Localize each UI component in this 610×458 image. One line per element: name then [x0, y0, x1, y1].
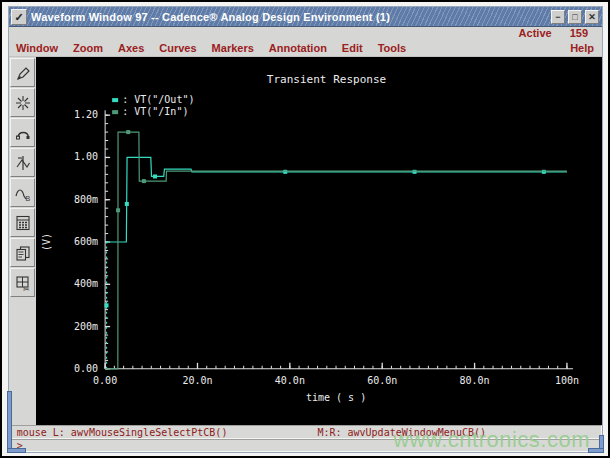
series-in[interactable]	[105, 130, 567, 369]
x-tick-label: 100n	[555, 375, 579, 386]
mouse-bindings-row: mouse L: awvMouseSingleSelectPtCB() M: R…	[11, 425, 602, 439]
legend-entry[interactable]: : VT("/In")	[122, 106, 188, 117]
data-point-marker[interactable]	[116, 208, 120, 212]
resize-grip-bottom-left[interactable]	[7, 391, 12, 453]
data-point-marker[interactable]	[105, 303, 109, 307]
plot-title: Transient Response	[267, 73, 386, 86]
plot-area: 0.0020.0n40.0n60.0n80.0n100n0.00200m400m…	[36, 57, 602, 425]
menu-curves[interactable]: Curves	[159, 42, 196, 54]
y-tick-label: 600m	[74, 236, 98, 247]
y-tick-label: 1.00	[74, 151, 98, 162]
data-point-marker[interactable]	[153, 174, 157, 178]
copy-window-icon[interactable]	[10, 238, 35, 267]
waveform-plot[interactable]: 0.0020.0n40.0n60.0n80.0n100n0.00200m400m…	[36, 57, 602, 425]
menu-edit[interactable]: Edit	[342, 42, 363, 54]
menu-bar: Window Zoom Axes Curves Markers Annotati…	[9, 40, 602, 57]
x-axis-label: time ( s )	[306, 392, 366, 403]
series-out[interactable]	[105, 157, 567, 368]
pen-icon[interactable]	[10, 58, 35, 87]
data-point-marker[interactable]	[125, 202, 129, 206]
horizontal-marker-icon[interactable]: B	[10, 178, 35, 207]
legend-entry[interactable]: : VT("/Out")	[122, 94, 194, 105]
x-tick-label: 40.0n	[275, 375, 305, 386]
resize-grip-bottom-left-h[interactable]	[7, 448, 26, 453]
maximize-button[interactable]: □	[568, 10, 582, 24]
axes: 0.0020.0n40.0n60.0n80.0n100n0.00200m400m…	[41, 109, 579, 403]
cut-window-icon[interactable]: ✂	[10, 268, 35, 297]
command-prompt-row[interactable]: >	[11, 439, 602, 452]
resize-grip-bottom-right-h[interactable]	[588, 448, 604, 453]
data-point-marker[interactable]	[142, 179, 146, 183]
legend: : VT("/Out"): VT("/In")	[112, 94, 194, 117]
arc-probe-icon[interactable]	[10, 118, 35, 147]
svg-text:✂: ✂	[23, 284, 30, 292]
active-value: 159	[570, 27, 588, 40]
mouse-left-binding: mouse L: awvMouseSingleSelectPtCB()	[17, 427, 228, 438]
menu-tools[interactable]: Tools	[378, 42, 407, 54]
window-menu-button[interactable]: ✓	[11, 9, 27, 25]
x-tick-label: 80.0n	[460, 375, 490, 386]
x-tick-label: 0.00	[93, 375, 117, 386]
window-title: Waveform Window 97 -- Cadence® Analog De…	[31, 11, 551, 23]
x-tick-label: 60.0n	[367, 375, 397, 386]
data-point-marker[interactable]	[542, 170, 546, 174]
y-tick-label: 800m	[74, 194, 98, 205]
title-bar: ✓ Waveform Window 97 -- Cadence® Analog …	[9, 7, 602, 27]
zoom-star-icon[interactable]	[10, 88, 35, 117]
screen: ✓ Waveform Window 97 -- Cadence® Analog …	[0, 0, 610, 458]
y-tick-label: 400m	[74, 278, 98, 289]
menu-help[interactable]: Help	[570, 42, 594, 54]
calculator-icon[interactable]	[10, 208, 35, 237]
vertical-marker-icon[interactable]	[10, 148, 35, 177]
menu-markers[interactable]: Markers	[212, 42, 254, 54]
minimize-button[interactable]: −	[551, 10, 565, 24]
mouse-right-binding: R: awvUpdateWindowMenuCB()	[329, 427, 486, 438]
data-point-marker[interactable]	[126, 130, 130, 134]
menu-axes[interactable]: Axes	[118, 42, 144, 54]
status-bar: mouse L: awvMouseSingleSelectPtCB() M: R…	[9, 425, 602, 452]
menu-window[interactable]: Window	[16, 42, 58, 54]
data-point-marker[interactable]	[283, 170, 287, 174]
y-axis-label: (V)	[41, 233, 52, 251]
menu-annotation[interactable]: Annotation	[269, 42, 327, 54]
waveform-window: ✓ Waveform Window 97 -- Cadence® Analog …	[8, 6, 603, 453]
y-tick-label: 1.20	[74, 109, 98, 120]
y-tick-label: 200m	[74, 321, 98, 332]
close-button[interactable]: ✕	[585, 10, 599, 24]
svg-text:B: B	[25, 195, 30, 202]
x-tick-label: 20.0n	[182, 375, 212, 386]
active-label: Active	[519, 27, 552, 40]
menu-zoom[interactable]: Zoom	[73, 42, 103, 54]
y-tick-label: 0.00	[74, 363, 98, 374]
data-point-marker[interactable]	[413, 170, 417, 174]
mouse-middle-binding: M:	[317, 427, 329, 438]
active-status-bar: Active 159	[9, 27, 602, 40]
tool-palette: B ✂	[9, 57, 36, 425]
